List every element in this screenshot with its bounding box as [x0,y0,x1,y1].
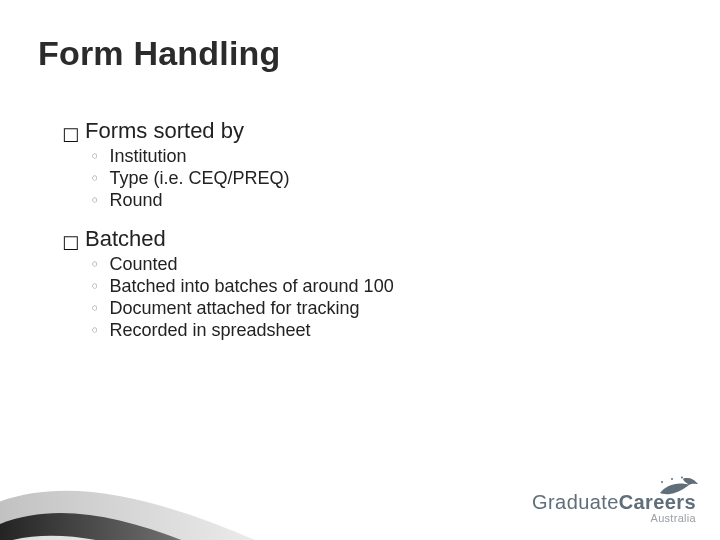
subbullet: ◦ Document attached for tracking [90,298,680,319]
slide-body: □ Forms sorted by ◦ Institution ◦ Type (… [62,114,680,342]
subbullet: ◦ Type (i.e. CEQ/PREQ) [90,168,680,189]
subbullet-label: Recorded in spreadsheet [109,320,310,341]
bullet-label: Forms sorted by [85,118,244,144]
subbullet-label: Institution [109,146,186,167]
brand-logo: GraduateCareers Australia [532,491,696,524]
bullet-box-icon: □ [62,125,79,143]
subbullet: ◦ Counted [90,254,680,275]
subbullet: ◦ Institution [90,146,680,167]
bullet-box-icon: □ [62,233,79,251]
slide-title: Form Handling [38,34,280,73]
subbullet-marker-icon: ◦ [90,191,99,210]
svg-point-2 [681,477,683,479]
subbullet-label: Counted [109,254,177,275]
bullet-label: Batched [85,226,166,252]
lizard-icon [656,475,700,497]
bullet-batched: □ Batched [62,226,680,252]
subbullet-label: Type (i.e. CEQ/PREQ) [109,168,289,189]
subbullet: ◦ Recorded in spreadsheet [90,320,680,341]
subbullet-marker-icon: ◦ [90,277,99,296]
decorative-swoosh-icon [0,390,300,540]
logo-word-australia: Australia [532,512,696,524]
svg-point-1 [671,478,673,480]
subbullet-label: Batched into batches of around 100 [109,276,393,297]
subbullet-label: Document attached for tracking [109,298,359,319]
subbullet-marker-icon: ◦ [90,147,99,166]
bullet-forms-sorted-by: □ Forms sorted by [62,118,680,144]
logo-word-careers: Careers [619,491,696,513]
logo-word-graduate: Graduate [532,491,619,513]
subbullet-marker-icon: ◦ [90,169,99,188]
subbullet-marker-icon: ◦ [90,255,99,274]
subbullet: ◦ Batched into batches of around 100 [90,276,680,297]
subbullet-marker-icon: ◦ [90,299,99,318]
subbullet-label: Round [109,190,162,211]
subbullet: ◦ Round [90,190,680,211]
subbullet-marker-icon: ◦ [90,321,99,340]
svg-point-0 [661,481,663,483]
